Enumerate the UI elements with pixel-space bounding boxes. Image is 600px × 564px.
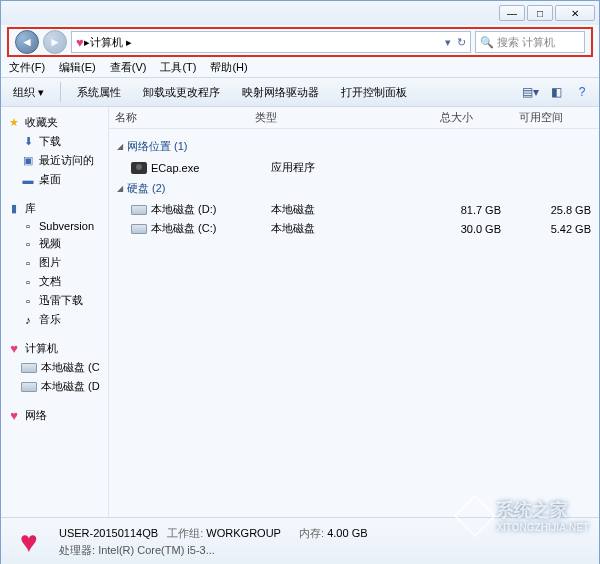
computer-name: USER-20150114QB <box>59 527 158 539</box>
workgroup-value: WORKGROUP <box>206 527 280 539</box>
menu-help[interactable]: 帮助(H) <box>210 60 247 75</box>
toolbar: 组织 ▾ 系统属性 卸载或更改程序 映射网络驱动器 打开控制面板 ▤▾ ◧ ? <box>1 77 599 107</box>
cpu-value: Intel(R) Core(TM) i5-3... <box>98 544 215 556</box>
menu-edit[interactable]: 编辑(E) <box>59 60 96 75</box>
item-name: ECap.exe <box>151 162 199 174</box>
desktop-icon: ▬ <box>21 174 35 186</box>
sidebar-item-subversion[interactable]: ▫Subversion <box>1 218 108 234</box>
heart-icon: ♥ <box>76 35 84 50</box>
dropdown-icon[interactable]: ▾ <box>445 36 451 49</box>
sidebar: ★收藏夹 ⬇下载 ▣最近访问的 ▬桌面 ▮库 ▫Subversion ▫视频 ▫… <box>1 107 109 517</box>
list-item[interactable]: 本地磁盘 (D:)本地磁盘81.7 GB25.8 GB <box>109 200 599 219</box>
map-drive-button[interactable]: 映射网络驱动器 <box>236 82 325 103</box>
organize-button[interactable]: 组织 ▾ <box>7 82 50 103</box>
column-headers: 名称 类型 总大小 可用空间 <box>109 107 599 129</box>
breadcrumb-sep: ▸ <box>126 36 132 49</box>
sidebar-item-drive-d[interactable]: 本地磁盘 (D <box>1 377 108 396</box>
back-button[interactable]: ◄ <box>15 30 39 54</box>
col-size[interactable]: 总大小 <box>369 110 479 125</box>
memory-value: 4.00 GB <box>327 527 367 539</box>
list-item[interactable]: 本地磁盘 (C:)本地磁盘30.0 GB5.42 GB <box>109 219 599 238</box>
drive-icon <box>21 382 37 392</box>
nav-bar: ◄ ► ♥ ▸ 计算机 ▸ ▾ ↻ 🔍 搜索 计算机 <box>7 27 593 57</box>
details-pane: ♥ USER-20150114QB 工作组: WORKGROUP 内存: 4.0… <box>1 517 599 564</box>
menu-file[interactable]: 文件(F) <box>9 60 45 75</box>
search-placeholder: 搜索 计算机 <box>497 35 555 50</box>
sidebar-item-xunlei[interactable]: ▫迅雷下载 <box>1 291 108 310</box>
sidebar-item-drive-c[interactable]: 本地磁盘 (C <box>1 358 108 377</box>
sidebar-item-downloads[interactable]: ⬇下载 <box>1 132 108 151</box>
group-header[interactable]: ◢硬盘 (2) <box>109 177 599 200</box>
system-properties-button[interactable]: 系统属性 <box>71 82 127 103</box>
group-title: 网络位置 (1) <box>127 139 188 154</box>
picture-icon: ▫ <box>21 257 35 269</box>
heart-icon: ♥ <box>7 408 21 423</box>
collapse-icon: ◢ <box>117 184 123 193</box>
item-type: 应用程序 <box>271 160 391 175</box>
search-input[interactable]: 🔍 搜索 计算机 <box>475 31 585 53</box>
control-panel-button[interactable]: 打开控制面板 <box>335 82 413 103</box>
drive-icon <box>21 363 37 373</box>
cpu-label: 处理器: <box>59 544 95 556</box>
file-list: ◢网络位置 (1)ECap.exe应用程序◢硬盘 (2)本地磁盘 (D:)本地磁… <box>109 129 599 517</box>
sidebar-computer[interactable]: ♥计算机 <box>1 339 108 358</box>
preview-pane-icon[interactable]: ◧ <box>545 82 567 102</box>
sidebar-item-recent[interactable]: ▣最近访问的 <box>1 151 108 170</box>
star-icon: ★ <box>7 116 21 129</box>
forward-button[interactable]: ► <box>43 30 67 54</box>
menu-tools[interactable]: 工具(T) <box>160 60 196 75</box>
col-free[interactable]: 可用空间 <box>479 110 569 125</box>
list-item[interactable]: ECap.exe应用程序 <box>109 158 599 177</box>
sidebar-item-videos[interactable]: ▫视频 <box>1 234 108 253</box>
heart-icon: ♥ <box>9 524 49 560</box>
menu-view[interactable]: 查看(V) <box>110 60 147 75</box>
search-icon: 🔍 <box>480 36 494 49</box>
maximize-button[interactable]: □ <box>527 5 553 21</box>
video-icon: ▫ <box>21 238 35 250</box>
library-icon: ▮ <box>7 202 21 215</box>
workgroup-label: 工作组: <box>167 527 203 539</box>
item-name: 本地磁盘 (C:) <box>151 221 216 236</box>
help-icon[interactable]: ? <box>571 82 593 102</box>
drive-icon <box>131 224 147 234</box>
view-mode-icon[interactable]: ▤▾ <box>519 82 541 102</box>
refresh-icon[interactable]: ↻ <box>457 36 466 49</box>
item-size: 81.7 GB <box>391 204 501 216</box>
uninstall-button[interactable]: 卸载或更改程序 <box>137 82 226 103</box>
item-free: 5.42 GB <box>501 223 591 235</box>
item-type: 本地磁盘 <box>271 202 391 217</box>
download-icon: ⬇ <box>21 135 35 148</box>
group-title: 硬盘 (2) <box>127 181 166 196</box>
music-icon: ♪ <box>21 314 35 326</box>
titlebar: — □ ✕ <box>1 1 599 25</box>
minimize-button[interactable]: — <box>499 5 525 21</box>
folder-icon: ▫ <box>21 220 35 232</box>
sidebar-network[interactable]: ♥网络 <box>1 406 108 425</box>
sidebar-item-music[interactable]: ♪音乐 <box>1 310 108 329</box>
item-free: 25.8 GB <box>501 204 591 216</box>
item-name: 本地磁盘 (D:) <box>151 202 216 217</box>
item-size: 30.0 GB <box>391 223 501 235</box>
breadcrumb-root[interactable]: 计算机 <box>90 35 123 50</box>
drive-icon <box>131 205 147 215</box>
close-button[interactable]: ✕ <box>555 5 595 21</box>
separator <box>60 82 61 102</box>
col-type[interactable]: 类型 <box>249 110 369 125</box>
sidebar-item-documents[interactable]: ▫文档 <box>1 272 108 291</box>
sidebar-libraries[interactable]: ▮库 <box>1 199 108 218</box>
item-type: 本地磁盘 <box>271 221 391 236</box>
heart-icon: ♥ <box>7 341 21 356</box>
col-name[interactable]: 名称 <box>109 110 249 125</box>
sidebar-favorites[interactable]: ★收藏夹 <box>1 113 108 132</box>
sidebar-item-desktop[interactable]: ▬桌面 <box>1 170 108 189</box>
content-pane: 名称 类型 总大小 可用空间 ◢网络位置 (1)ECap.exe应用程序◢硬盘 … <box>109 107 599 517</box>
recent-icon: ▣ <box>21 154 35 167</box>
memory-label: 内存: <box>299 527 324 539</box>
breadcrumb[interactable]: ♥ ▸ 计算机 ▸ ▾ ↻ <box>71 31 471 53</box>
menu-bar: 文件(F) 编辑(E) 查看(V) 工具(T) 帮助(H) <box>1 57 599 77</box>
document-icon: ▫ <box>21 276 35 288</box>
camera-icon <box>131 162 147 174</box>
sidebar-item-pictures[interactable]: ▫图片 <box>1 253 108 272</box>
folder-icon: ▫ <box>21 295 35 307</box>
group-header[interactable]: ◢网络位置 (1) <box>109 135 599 158</box>
